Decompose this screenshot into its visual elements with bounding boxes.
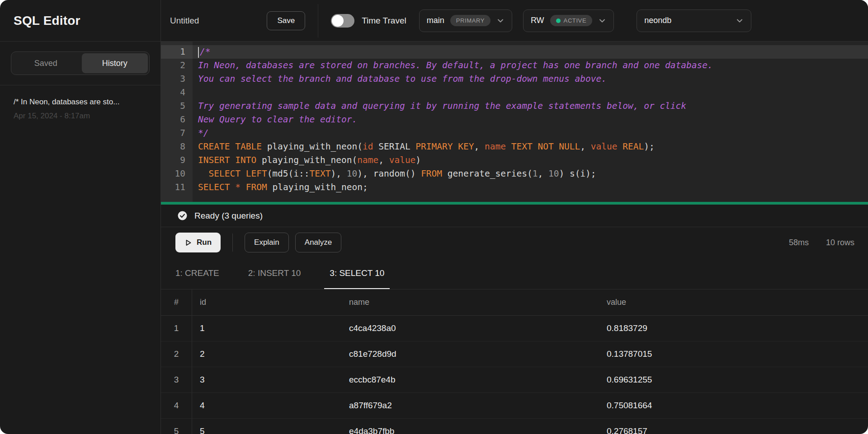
line-number: 8 — [161, 140, 193, 154]
cell-index: 3 — [161, 375, 192, 385]
result-tab-create[interactable]: 1: CREATE — [170, 268, 225, 289]
text-cursor — [198, 47, 199, 58]
history-item-preview: /* In Neon, databases are sto... — [14, 97, 147, 107]
column-header-name: name — [341, 298, 599, 307]
line-number: 5 — [161, 99, 193, 113]
compute-dropdown[interactable]: RW ACTIVE — [523, 9, 614, 32]
explain-button[interactable]: Explain — [245, 233, 289, 252]
result-tab-insert[interactable]: 2: INSERT 10 — [243, 268, 307, 289]
cell-index: 4 — [161, 401, 192, 411]
code-lines: 1/*2In Neon, databases are stored on bra… — [161, 45, 868, 194]
cell-id: 5 — [192, 426, 341, 434]
code-line[interactable]: 5Try generating sample data and querying… — [161, 99, 868, 113]
cell-name: a87ff679a2 — [341, 401, 599, 411]
index-column-separator — [192, 289, 192, 434]
compute-name: RW — [531, 16, 544, 25]
cell-id: 4 — [192, 401, 341, 411]
cell-id: 2 — [192, 349, 341, 359]
code-line[interactable]: 9INSERT INTO playing_with_neon(name, val… — [161, 154, 868, 167]
table-row: 5 5 e4da3b7fbb 0.2768157 — [161, 419, 868, 434]
cell-value: 0.69631255 — [599, 375, 868, 385]
sidebar-header: SQL Editor — [0, 0, 160, 42]
line-number: 9 — [161, 154, 193, 167]
query-duration: 58ms — [789, 238, 809, 247]
table-header-row: # id name value — [161, 289, 868, 316]
cell-id: 3 — [192, 375, 341, 385]
query-metrics: 58ms 10 rows — [789, 238, 854, 247]
column-header-value: value — [599, 298, 868, 307]
cell-name: eccbc87e4b — [341, 375, 599, 385]
tab-saved[interactable]: Saved — [13, 53, 79, 73]
run-button-label: Run — [197, 238, 212, 247]
line-number: 6 — [161, 113, 193, 126]
code-text: SELECT LEFT(md5(i::TEXT), 10), random() … — [193, 167, 596, 181]
code-text: You can select the branch and database t… — [193, 72, 607, 86]
code-line[interactable]: 4 — [161, 86, 868, 99]
line-number: 10 — [161, 167, 193, 181]
compute-status-badge: ACTIVE — [550, 15, 593, 26]
code-line[interactable]: 3You can select the branch and database … — [161, 72, 868, 86]
active-status-dot-icon — [556, 19, 561, 23]
line-number: 4 — [161, 86, 193, 99]
topbar: Untitled Save Time Travel main PRIMARY R… — [161, 0, 868, 42]
query-name: Untitled — [170, 16, 199, 26]
result-tab-select[interactable]: 3: SELECT 10 — [324, 268, 390, 289]
code-text — [193, 86, 198, 99]
ready-check-icon — [177, 210, 188, 221]
code-text: SELECT * FROM playing_with_neon; — [193, 181, 368, 194]
run-button[interactable]: Run — [175, 233, 221, 252]
cell-index: 2 — [161, 349, 192, 359]
code-line[interactable]: 10 SELECT LEFT(md5(i::TEXT), 10), random… — [161, 167, 868, 181]
status-row: Ready (3 queries) — [161, 205, 868, 227]
save-button[interactable]: Save — [267, 11, 305, 30]
code-line[interactable]: 1/* — [161, 45, 868, 59]
line-number: 2 — [161, 59, 193, 72]
line-number: 3 — [161, 72, 193, 86]
compute-status-label: ACTIVE — [564, 17, 587, 24]
analyze-button[interactable]: Analyze — [295, 233, 341, 252]
topbar-divider — [318, 4, 318, 37]
result-tabs: 1: CREATE 2: INSERT 10 3: SELECT 10 — [161, 258, 868, 289]
tab-history[interactable]: History — [82, 53, 148, 73]
cell-value: 0.8183729 — [599, 323, 868, 333]
code-text: INSERT INTO playing_with_neon(name, valu… — [193, 154, 421, 167]
cell-name: c4ca4238a0 — [341, 323, 599, 333]
actions-divider — [232, 233, 233, 252]
code-line[interactable]: 8CREATE TABLE playing_with_neon(id SERIA… — [161, 140, 868, 154]
chevron-down-icon — [496, 17, 505, 25]
code-line[interactable]: 7*/ — [161, 126, 868, 140]
chevron-down-icon — [736, 17, 744, 25]
sidebar-tabs: Saved History — [0, 42, 160, 85]
line-number: 1 — [161, 45, 193, 59]
database-dropdown[interactable]: neondb — [637, 9, 751, 32]
line-number: 11 — [161, 181, 193, 194]
code-text: New Query to clear the editor. — [193, 113, 357, 126]
table-row: 4 4 a87ff679a2 0.75081664 — [161, 393, 868, 419]
status-text: Ready (3 queries) — [194, 211, 263, 221]
main-area: Untitled Save Time Travel main PRIMARY R… — [161, 0, 868, 434]
cell-value: 0.75081664 — [599, 401, 868, 411]
line-number: 7 — [161, 126, 193, 140]
page-title: SQL Editor — [14, 14, 80, 28]
results-table: # id name value 1 1 c4ca4238a0 0.8183729… — [161, 289, 868, 434]
code-line[interactable]: 6New Query to clear the editor. — [161, 113, 868, 126]
code-line[interactable]: 2In Neon, databases are stored on branch… — [161, 59, 868, 72]
cell-name: e4da3b7fbb — [341, 426, 599, 434]
cell-id: 1 — [192, 323, 341, 333]
history-item[interactable]: /* In Neon, databases are sto... Apr 15,… — [14, 97, 147, 121]
code-text: In Neon, databases are stored on branche… — [193, 59, 713, 72]
table-row: 3 3 eccbc87e4b 0.69631255 — [161, 367, 868, 393]
toggle-knob — [332, 15, 344, 27]
table-row: 1 1 c4ca4238a0 0.8183729 — [161, 316, 868, 341]
time-travel-toggle[interactable] — [331, 14, 354, 28]
column-header-id: id — [192, 298, 341, 307]
cell-value: 0.13787015 — [599, 349, 868, 359]
branch-dropdown[interactable]: main PRIMARY — [419, 9, 512, 32]
cell-index: 1 — [161, 323, 192, 333]
actions-row: Run Explain Analyze 58ms 10 rows — [161, 227, 868, 258]
cell-value: 0.2768157 — [599, 426, 868, 434]
code-line[interactable]: 11SELECT * FROM playing_with_neon; — [161, 181, 868, 194]
code-text: Try generating sample data and querying … — [193, 99, 686, 113]
code-editor[interactable]: 1/*2In Neon, databases are stored on bra… — [161, 42, 868, 202]
code-text: /* — [193, 45, 210, 59]
